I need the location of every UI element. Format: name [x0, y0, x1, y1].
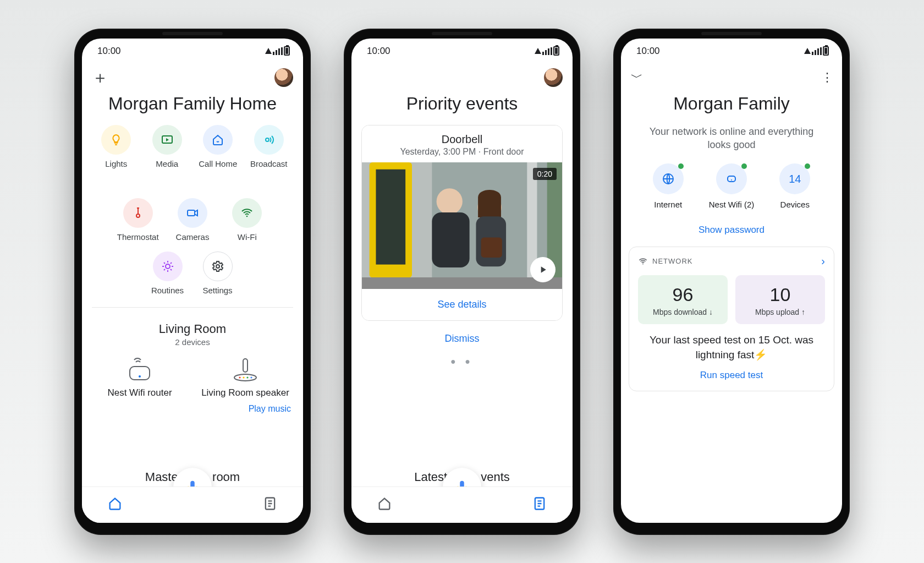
thermo-icon — [123, 198, 153, 228]
back-chevron-icon[interactable]: ﹀ — [631, 69, 643, 86]
quick-actions: Lights Media Call Home Broadcast — [82, 125, 303, 188]
home-title: Morgan Family Home — [93, 94, 292, 114]
wifi-small-icon — [638, 256, 648, 266]
phone-2: 10:00 Priority events Doorbell Yesterday… — [344, 29, 580, 535]
upload-speed: 10 Mbps upload ↑ — [735, 275, 825, 324]
device-speaker[interactable]: Living Room speaker — [195, 357, 295, 398]
event-video[interactable]: 0:20 — [362, 162, 562, 289]
net-item-label: Internet — [654, 200, 682, 209]
camera-icon — [178, 198, 207, 228]
upload-value: 10 — [741, 284, 820, 305]
network-card: NETWORK › 96 Mbps download ↓ 10 Mbps upl… — [629, 247, 834, 391]
divider — [92, 307, 293, 308]
svg-point-4 — [246, 215, 248, 217]
status-time: 10:00 — [636, 46, 660, 57]
net-item-devices[interactable]: 14 Devices — [779, 163, 810, 209]
bottom-nav — [351, 487, 573, 523]
svg-point-1 — [266, 138, 269, 141]
speed-test-footer: Your last speed test on 15 Oct. was ligh… — [638, 333, 825, 362]
play-tv-icon — [152, 125, 182, 155]
play-button[interactable] — [530, 257, 556, 282]
status-icons — [535, 46, 559, 56]
action-broadcast[interactable]: Broadcast — [244, 125, 295, 168]
speaker-icon — [226, 357, 265, 382]
dismiss-link[interactable]: Dismiss — [351, 333, 573, 345]
svg-point-30 — [731, 179, 732, 181]
more-menu-icon[interactable]: ⋮ — [821, 70, 832, 85]
device-label: Living Room speaker — [201, 387, 289, 398]
device-router[interactable]: Nest Wifi router — [90, 357, 190, 398]
action-call-home[interactable]: Call Home — [193, 125, 244, 168]
action-media[interactable]: Media — [142, 125, 193, 168]
battery-icon — [553, 46, 559, 56]
net-item-label: Nest Wifi (2) — [709, 200, 755, 209]
action-routines[interactable]: Routines — [142, 252, 193, 295]
room-title: Living Room — [82, 322, 303, 336]
action-label: Routines — [151, 286, 184, 295]
status-dot-icon — [805, 163, 810, 169]
svg-point-31 — [642, 263, 644, 264]
svg-rect-24 — [481, 237, 502, 257]
nav-home-icon[interactable] — [377, 496, 392, 513]
svg-point-2 — [136, 214, 140, 217]
event-title: Doorbell — [367, 133, 557, 146]
download-value: 96 — [644, 284, 722, 305]
home-call-icon — [203, 125, 233, 155]
action-lights[interactable]: Lights — [91, 125, 142, 168]
svg-rect-19 — [376, 169, 405, 264]
action-label: Broadcast — [250, 159, 288, 168]
svg-rect-21 — [432, 212, 469, 267]
avatar[interactable] — [544, 68, 563, 87]
cell-signal-icon — [273, 47, 283, 55]
action-label: Wi-Fi — [238, 232, 257, 242]
download-speed: 96 Mbps download ↓ — [638, 275, 728, 324]
show-password-link[interactable]: Show password — [621, 225, 842, 236]
page-title: Priority events — [362, 94, 562, 114]
network-summary-row: Internet Nest Wifi (2) 14 Dev — [621, 163, 842, 209]
status-bar: 10:00 — [82, 39, 303, 64]
svg-point-5 — [166, 264, 170, 269]
action-wifi[interactable]: Wi-Fi — [220, 198, 274, 242]
cell-signal-icon — [542, 47, 552, 55]
svg-rect-3 — [188, 210, 195, 216]
status-icons — [804, 46, 829, 56]
svg-point-8 — [139, 375, 141, 378]
nav-feed-icon[interactable] — [262, 496, 278, 513]
action-label: Media — [156, 159, 178, 168]
phone-3: 10:00 ﹀ ⋮ Morgan Family Your network is … — [613, 29, 850, 535]
svg-rect-29 — [728, 176, 735, 182]
battery-icon — [823, 46, 829, 56]
network-cast-icon — [265, 48, 272, 54]
nav-home-icon[interactable] — [107, 496, 123, 513]
action-cameras[interactable]: Cameras — [165, 198, 219, 242]
phone-1: 10:00 ＋ Morgan Family Home Lights — [74, 29, 311, 535]
net-item-wifi[interactable]: Nest Wifi (2) — [709, 163, 755, 209]
status-dot-icon — [678, 163, 684, 169]
run-speed-test-link[interactable]: Run speed test — [638, 370, 825, 381]
see-details-link[interactable]: See details — [362, 289, 562, 320]
svg-point-20 — [437, 188, 463, 214]
net-item-label: Devices — [780, 200, 810, 209]
avatar[interactable] — [274, 68, 293, 87]
upload-label: Mbps upload ↑ — [741, 308, 820, 316]
broadcast-icon — [254, 125, 284, 155]
status-time: 10:00 — [97, 46, 121, 57]
download-label: Mbps download ↓ — [644, 308, 722, 316]
video-duration: 0:20 — [533, 168, 557, 180]
status-bar: 10:00 — [351, 39, 573, 64]
net-item-internet[interactable]: Internet — [653, 163, 684, 209]
action-settings[interactable]: Settings — [193, 252, 243, 295]
action-thermostat[interactable]: Thermostat — [111, 198, 165, 242]
network-cast-icon — [804, 48, 811, 54]
nav-feed-icon[interactable] — [532, 496, 547, 513]
bulb-icon — [101, 125, 131, 155]
action-label: Cameras — [176, 232, 210, 242]
card-header-label: NETWORK — [652, 257, 692, 265]
routines-icon — [153, 252, 183, 281]
battery-icon — [284, 46, 290, 56]
play-music-link[interactable]: Play music — [82, 398, 303, 414]
svg-point-11 — [239, 376, 240, 378]
network-cast-icon — [535, 48, 541, 54]
svg-rect-7 — [130, 367, 150, 380]
chevron-right-icon[interactable]: › — [821, 255, 825, 267]
